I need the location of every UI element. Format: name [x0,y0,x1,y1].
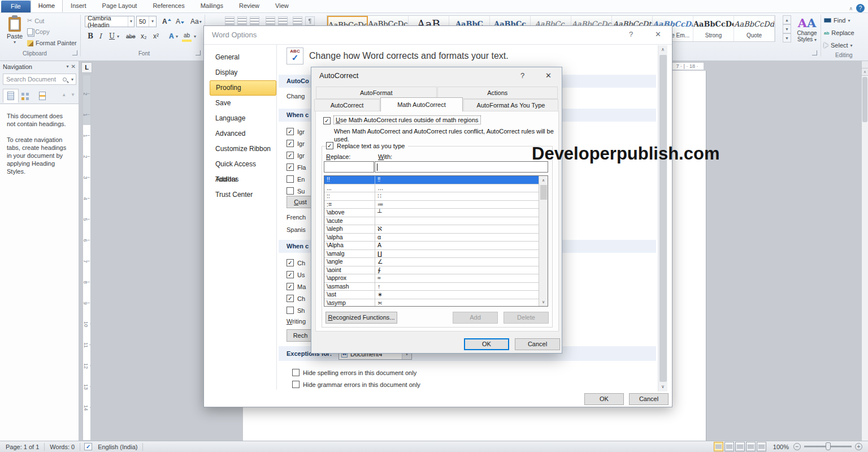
zoom-out-icon[interactable]: − [793,443,801,450]
navigation-pane-close-icon[interactable]: ✕ [71,63,76,70]
word-options-sidebar-item[interactable]: Display [210,65,276,80]
numbering-icon[interactable] [237,16,247,25]
text-effects-dropdown-icon[interactable]: ▾ [174,31,180,42]
file-tab[interactable]: File [1,1,31,12]
hide-grammar-checkbox[interactable]: Hide grammar errors in this document onl… [292,378,420,390]
subscript-button[interactable]: x₂ [139,31,149,42]
replacement-row[interactable]: :: ∷ [324,192,548,201]
autocorrect-tab[interactable]: AutoCorrect [314,99,380,111]
use-math-checkbox[interactable]: ✓ [323,117,331,124]
styles-dialog-launcher[interactable] [812,50,817,55]
replacement-row[interactable]: ... … [324,184,548,193]
replacement-row[interactable]: := ≔ [324,201,548,209]
replacement-row[interactable]: \acute [324,217,548,226]
checkbox-icon[interactable]: ✓ [287,163,294,171]
replacement-row[interactable]: \angle ∠ [324,258,548,266]
use-math-label[interactable]: Use Math AutoCorrect rules outside of ma… [334,116,480,124]
bold-button[interactable]: B [86,31,95,42]
strikethrough-button[interactable]: abe [124,31,137,42]
highlight-button[interactable]: ab [182,31,192,42]
autocorrect-help-icon[interactable]: ? [520,71,524,80]
autocorrect-tab[interactable]: Math AutoCorrect [380,97,463,111]
table-scrollbar[interactable]: ∧ ∨ [539,176,548,306]
ribbon-tab[interactable]: References [145,0,192,12]
search-document-input[interactable]: Search Document ▾ [3,74,76,85]
spelling-checkbox-row[interactable]: ✓ Igr [287,149,306,161]
change-case-button[interactable]: Aa▾ [189,16,203,27]
word-checkbox-row[interactable]: ✓ Us [287,269,306,281]
replacement-row[interactable]: \asmash ↑ [324,283,548,291]
browse-pages-tab[interactable] [19,89,34,103]
font-name-dropdown-icon[interactable]: ▾ [128,16,134,27]
word-options-ok-button[interactable]: OK [584,393,624,405]
checkbox-icon[interactable] [292,381,300,388]
word-checkbox-row[interactable]: ✓ Ch [287,257,306,269]
scrollbar-thumb[interactable] [862,77,867,122]
browse-results-tab[interactable] [34,89,50,103]
checkbox-icon[interactable]: ✓ [287,152,294,159]
checkbox-icon[interactable]: ✓ [287,271,294,278]
word-checkbox-row[interactable]: Sh [287,304,306,316]
autocorrect-ok-button[interactable]: OK [464,338,509,350]
checkbox-icon[interactable] [292,369,300,376]
outline-view-icon[interactable] [746,442,756,451]
autocorrect-close-icon[interactable]: ✕ [545,71,552,80]
paste-button[interactable]: Paste ▾ [4,16,25,53]
replacement-row[interactable]: \asymp ≍ [324,299,548,307]
bullets-icon[interactable] [225,16,235,25]
gallery-scroll-up-icon[interactable]: ▲ [783,15,791,24]
zoom-slider[interactable] [804,446,852,447]
ruler-toggle-icon[interactable] [862,61,868,68]
recheck-document-button[interactable]: Rech [287,329,314,342]
word-options-close-icon[interactable]: ✕ [655,30,661,38]
with-input[interactable] [375,161,548,173]
help-icon[interactable]: ? [856,4,865,12]
checkbox-icon[interactable]: ✓ [287,128,294,135]
recognized-functions-button[interactable]: Recognized Functions... [326,312,397,324]
full-screen-reading-view-icon[interactable] [724,442,734,451]
custom-dictionaries-button[interactable]: Cust [287,196,314,208]
replace-button[interactable]: ab Replace [824,29,854,36]
replacement-row[interactable]: \aleph ℵ [324,225,548,234]
scrollbar-thumb[interactable] [659,55,667,382]
navigation-pane-menu-icon[interactable]: ▾ [67,64,69,69]
clipboard-dialog-launcher[interactable] [72,50,77,55]
style-gallery-item[interactable]: AaBbCcDd Quote [734,16,775,41]
font-dialog-launcher[interactable] [196,50,201,55]
scroll-up-icon[interactable]: ∧ [862,68,868,76]
spellcheck-status-icon[interactable]: ✓ [84,443,92,450]
underline-dropdown-icon[interactable]: ▾ [115,31,121,42]
replacement-row[interactable]: \approx ≈ [324,274,548,283]
font-name-combo[interactable]: Cambria (Headin ▾ [85,16,134,27]
language-status[interactable]: English (India) [97,444,138,450]
ribbon-tab[interactable]: Insert [63,0,94,12]
increase-indent-icon[interactable] [278,16,288,25]
checkbox-icon[interactable] [287,187,294,195]
delete-button[interactable]: Delete [504,312,549,324]
show-paragraph-marks-icon[interactable]: ¶ [305,16,315,25]
zoom-slider-thumb[interactable] [826,442,831,450]
word-options-sidebar-item[interactable]: Proofing [210,80,276,96]
browse-headings-tab[interactable] [3,89,19,103]
italic-button[interactable]: I [97,31,103,42]
replace-as-you-type-checkbox[interactable]: ✓ Replace text as you type [326,142,408,149]
document-scrollbar[interactable]: ∧ [861,61,868,441]
minimize-ribbon-icon[interactable]: ∧ [849,6,853,11]
word-options-sidebar-item[interactable]: Add-Ins [210,172,276,187]
spelling-checkbox-row[interactable]: En [287,173,306,185]
web-layout-view-icon[interactable] [735,442,745,451]
decrease-indent-icon[interactable] [266,16,275,25]
word-options-sidebar-item[interactable]: General [210,50,276,65]
zoom-in-icon[interactable]: + [855,443,862,450]
scroll-down-icon[interactable]: ∨ [658,382,667,391]
multilevel-list-icon[interactable] [250,16,259,25]
scroll-up-icon[interactable]: ∧ [539,176,548,184]
checkbox-icon[interactable]: ✓ [287,283,294,290]
ribbon-tab[interactable]: Mailings [193,0,231,12]
checkbox-icon[interactable]: ✓ [287,295,294,302]
spelling-checkbox-row[interactable]: ✓ Igr [287,126,306,137]
search-icon[interactable] [63,78,67,81]
font-size-dropdown-icon[interactable]: ▾ [149,16,156,27]
ribbon-tab[interactable]: Home [31,0,63,12]
word-options-sidebar-item[interactable]: Save [210,96,276,111]
